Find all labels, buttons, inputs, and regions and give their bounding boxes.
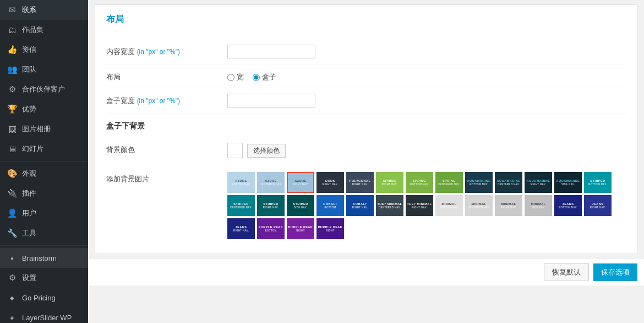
bg-thumb-10[interactable]: AQUAMARINEright nav.	[525, 172, 552, 193]
layerslider-icon: ◈	[7, 312, 18, 323]
bg-thumb-17[interactable]: COBALTright nav.	[346, 195, 374, 216]
bg-thumb-2[interactable]: AZUREright nav.	[287, 172, 314, 193]
bg-thumb-14[interactable]: STRIPEDright nav.	[257, 195, 285, 216]
layout-wide-radio[interactable]	[227, 74, 234, 81]
bg-thumb-28[interactable]: PURPLE PEAKright	[287, 218, 314, 239]
box-width-control: 1280px	[227, 94, 626, 107]
divider-2	[0, 245, 88, 246]
sidebar-label-gallery: 图片相册	[22, 124, 51, 134]
bg-thumb-15[interactable]: STRIPEDside nav.	[287, 195, 314, 216]
appearance-icon: 🎨	[7, 168, 18, 179]
box-width-row: 盒子宽度 (in "px" or "%") 1280px	[106, 88, 626, 114]
layout-wide-option[interactable]: 宽	[227, 72, 244, 82]
save-button[interactable]: 保存选项	[593, 263, 637, 281]
bg-thumb-0[interactable]: AZUREbottom nav.	[227, 172, 255, 193]
bg-thumb-8[interactable]: AQUAMARINEbottom nav.	[465, 172, 493, 193]
content-width-row: 内容宽度 (in "px" or "%") 1250px	[106, 39, 626, 64]
sidebar-item-tools[interactable]: 🔧 工具	[0, 223, 88, 243]
sidebar-item-credit[interactable]: 👍 资信	[0, 40, 88, 60]
sidebar-item-settings[interactable]: ⚙ 设置	[0, 268, 88, 288]
bg-thumb-27[interactable]: PURPLE PEAKbottom	[257, 218, 285, 239]
bg-thumb-24[interactable]: JEANSbottom nav.	[554, 195, 582, 216]
bg-thumb-5[interactable]: SPRINGright nav.	[376, 172, 403, 193]
select-color-button[interactable]: 选择颜色	[247, 144, 286, 158]
section-title: 布局	[106, 14, 626, 30]
bg-thumb-12[interactable]: STRIPEDbottom nav.	[584, 172, 612, 193]
content-width-input[interactable]: 1250px	[227, 45, 315, 58]
bg-thumb-4[interactable]: POLYGONALright nav.	[346, 172, 374, 193]
layout-row: 布局 宽 盒子	[106, 64, 626, 88]
bg-thumb-18[interactable]: THE7 MINIMALcentered nav.	[376, 195, 403, 216]
content-width-label: 内容宽度 (in "px" or "%")	[106, 45, 227, 57]
bg-thumb-19[interactable]: THE7 MINIMALright nav.	[406, 195, 433, 216]
sidebar-label-users: 用户	[22, 208, 36, 218]
sidebar-item-layerslider[interactable]: ◈ LayerSlider WP	[0, 308, 88, 323]
box-width-hint: (in "px" or "%")	[137, 97, 180, 105]
sidebar-item-portfolio[interactable]: 🗂 作品集	[0, 20, 88, 40]
footer-buttons: 恢复默认 保存选项	[88, 259, 644, 286]
sidebar-item-contact[interactable]: ✉ 联系	[0, 0, 88, 20]
bg-images-control: AZUREbottom nav.AZUREcentered nav.AZUREr…	[227, 170, 626, 239]
sidebar-item-users[interactable]: 👤 用户	[0, 203, 88, 223]
restore-button[interactable]: 恢复默认	[544, 263, 589, 281]
sidebar-item-advantages[interactable]: 🏆 优势	[0, 99, 88, 119]
layout-boxed-radio[interactable]	[253, 74, 260, 81]
bg-thumb-6[interactable]: SPRINGbottom nav.	[406, 172, 433, 193]
bg-thumb-16[interactable]: COBALTbottom	[316, 195, 344, 216]
main-content: 布局 内容宽度 (in "px" or "%") 1250px 布局 宽	[88, 0, 644, 323]
sidebar-label-layerslider: LayerSlider WP	[22, 314, 72, 322]
sidebar-label-contact: 联系	[22, 5, 36, 15]
brainstorm-icon: ●	[7, 252, 18, 263]
advantages-icon: 🏆	[7, 104, 18, 115]
bg-color-label: 背景颜色	[106, 143, 227, 155]
sidebar-label-team: 团队	[22, 64, 36, 74]
box-background-row: 盒子下背景	[106, 114, 626, 137]
sidebar-item-brainstorm[interactable]: ● Brainstorm	[0, 248, 88, 268]
layout-boxed-label: 盒子	[262, 72, 276, 82]
sidebar-label-appearance: 外观	[22, 169, 36, 179]
layout-section: 布局 内容宽度 (in "px" or "%") 1250px 布局 宽	[95, 4, 637, 254]
bg-thumb-1[interactable]: AZUREcentered nav.	[257, 172, 285, 193]
sidebar-item-go-pricing[interactable]: ◆ Go Pricing	[0, 288, 88, 308]
users-icon: 👤	[7, 208, 18, 219]
team-icon: 👥	[7, 64, 18, 75]
bg-thumb-20[interactable]: MINIMALbottom nav.	[435, 195, 463, 216]
bg-thumb-21[interactable]: MINIMALcentered nav.	[465, 195, 493, 216]
sidebar-label-tools: 工具	[22, 228, 36, 238]
layout-boxed-option[interactable]: 盒子	[253, 72, 276, 82]
bg-color-row: 背景颜色 选择颜色	[106, 137, 626, 164]
sidebar-item-team[interactable]: 👥 团队	[0, 60, 88, 79]
slideshow-icon: 🖥	[7, 143, 18, 154]
box-background-label: 盒子下背景	[106, 119, 227, 131]
sidebar-label-settings: 设置	[22, 273, 36, 283]
sidebar-item-slideshow[interactable]: 🖥 幻灯片	[0, 139, 88, 159]
bg-thumb-25[interactable]: JEANSright nav.	[584, 195, 612, 216]
contact-icon: ✉	[7, 4, 18, 15]
partners-icon: ⚙	[7, 84, 18, 95]
sidebar-item-plugins[interactable]: 🔌 插件	[0, 184, 88, 203]
color-picker-row: 选择颜色	[227, 143, 626, 158]
color-swatch[interactable]	[227, 143, 243, 158]
bg-thumb-26[interactable]: JEANSright nav.	[227, 218, 255, 239]
bg-thumb-9[interactable]: AQUAMARINEcentered nav.	[495, 172, 522, 193]
sidebar-item-appearance[interactable]: 🎨 外观	[0, 164, 88, 184]
bg-thumb-23[interactable]: MINIMALside nav.	[525, 195, 552, 216]
box-width-input[interactable]: 1280px	[227, 94, 315, 107]
bg-thumb-13[interactable]: STRIPEDcentered nav.	[227, 195, 255, 216]
gallery-icon: 🖼	[7, 123, 18, 134]
bg-thumb-3[interactable]: DARKright nav.	[316, 172, 344, 193]
sidebar-label-go-pricing: Go Pricing	[22, 294, 56, 302]
add-bg-image-label: 添加背景图片	[106, 170, 227, 184]
sidebar-label-slideshow: 幻灯片	[22, 144, 43, 154]
bg-thumb-11[interactable]: AQUAMARINEside nav.	[554, 172, 582, 193]
sidebar-label-partners: 合作伙伴客户	[22, 84, 65, 94]
credit-icon: 👍	[7, 44, 18, 55]
sidebar-item-gallery[interactable]: 🖼 图片相册	[0, 119, 88, 139]
bg-thumb-29[interactable]: PURPLE PEAKright	[316, 218, 344, 239]
bg-color-control: 选择颜色	[227, 143, 626, 158]
sidebar-item-partners[interactable]: ⚙ 合作伙伴客户	[0, 79, 88, 99]
sidebar-label-credit: 资信	[22, 45, 36, 55]
bg-thumb-22[interactable]: MINIMALright nav.	[495, 195, 522, 216]
content-width-hint: (in "px" or "%")	[137, 48, 180, 56]
bg-thumb-7[interactable]: SPRINGcentered nav.	[435, 172, 463, 193]
